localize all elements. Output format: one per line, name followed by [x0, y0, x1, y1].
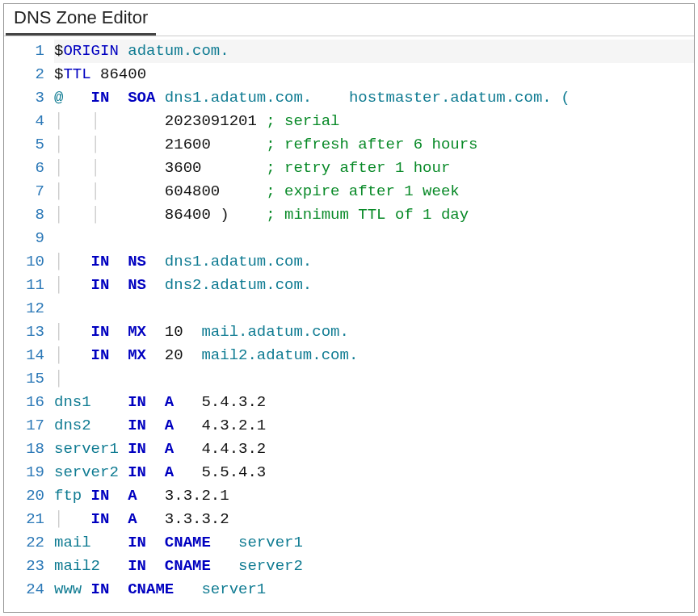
code-line[interactable]: │ IN NS dns1.adatum.com. — [54, 250, 694, 274]
code-token: IN A — [128, 440, 174, 458]
code-token: server2 — [211, 557, 303, 575]
code-token: dns1 — [54, 393, 128, 411]
code-token: ; refresh after 6 hours — [266, 136, 477, 153]
code-token: mail.adatum.com. — [201, 323, 348, 341]
line-number: 4 — [4, 110, 44, 133]
code-token: IN A — [91, 487, 137, 505]
code-token: │ │ — [54, 159, 128, 177]
code-token: 3.3.2.1 — [137, 487, 229, 505]
code-line[interactable]: mail2 IN CNAME server2 — [54, 555, 694, 578]
line-number: 3 — [4, 86, 44, 110]
code-line[interactable]: server1 IN A 4.4.3.2 — [54, 438, 694, 461]
line-number: 8 — [4, 203, 44, 227]
line-number: 17 — [4, 414, 44, 438]
code-token: ftp — [54, 487, 91, 505]
code-token: IN MX — [91, 346, 146, 364]
line-number-gutter: 123456789101112131415161718192021222324 — [4, 36, 54, 601]
line-number: 23 — [4, 555, 44, 578]
code-line[interactable]: │ — [54, 367, 694, 391]
line-number: 1 — [4, 40, 44, 63]
line-number: 14 — [4, 344, 44, 367]
code-line[interactable] — [54, 297, 694, 321]
code-line[interactable]: │ IN MX 20 mail2.adatum.com. — [54, 344, 694, 367]
code-token: dns1.adatum.com. — [165, 89, 312, 107]
code-token: 604800 — [128, 182, 266, 200]
code-token: 4.4.3.2 — [174, 440, 266, 458]
code-line[interactable]: │ │ 2023091201 ; serial — [54, 110, 694, 133]
code-editor[interactable]: 123456789101112131415161718192021222324 … — [4, 36, 694, 601]
code-token: │ │ — [54, 112, 128, 130]
code-line[interactable]: ftp IN A 3.3.2.1 — [54, 484, 694, 508]
line-number: 22 — [4, 531, 44, 555]
code-token: ; minimum TTL of 1 day — [266, 206, 469, 224]
code-token: │ — [54, 253, 91, 270]
code-token: 86400 ) — [128, 206, 266, 224]
code-token: 21600 — [128, 136, 266, 153]
code-token — [119, 42, 128, 60]
code-token: mail2.adatum.com. — [201, 346, 358, 364]
code-token: 3.3.3.2 — [137, 510, 229, 528]
code-line[interactable]: │ IN NS dns2.adatum.com. — [54, 274, 694, 297]
code-line[interactable]: │ │ 86400 ) ; minimum TTL of 1 day — [54, 203, 694, 227]
code-token: $ — [54, 65, 63, 83]
code-line[interactable]: mail IN CNAME server1 — [54, 531, 694, 555]
window-title: DNS Zone Editor — [6, 4, 156, 36]
editor-window: DNS Zone Editor 123456789101112131415161… — [3, 3, 695, 613]
code-token: │ │ — [54, 206, 128, 224]
line-number: 10 — [4, 250, 44, 274]
line-number: 19 — [4, 461, 44, 484]
code-token: dns2 — [54, 417, 128, 434]
code-line[interactable] — [54, 227, 694, 250]
code-token: IN CNAME — [128, 557, 211, 575]
line-number: 2 — [4, 63, 44, 86]
code-token: server1 — [211, 534, 303, 551]
code-token: 3600 — [128, 159, 266, 177]
line-number: 21 — [4, 508, 44, 531]
code-token: dns2.adatum.com. — [165, 276, 312, 294]
code-line[interactable]: dns1 IN A 5.4.3.2 — [54, 391, 694, 414]
code-line[interactable]: │ │ 604800 ; expire after 1 week — [54, 180, 694, 203]
line-number: 7 — [4, 180, 44, 203]
line-number: 20 — [4, 484, 44, 508]
code-token: 4.3.2.1 — [174, 417, 266, 434]
code-token: IN A — [128, 463, 174, 481]
code-token: server2 — [54, 463, 128, 481]
code-token: IN SOA — [91, 89, 156, 107]
code-token: mail — [54, 534, 128, 551]
code-token: IN CNAME — [128, 534, 211, 551]
code-line[interactable]: $ORIGIN adatum.com. — [54, 40, 694, 63]
code-line[interactable]: $TTL 86400 — [54, 63, 694, 86]
code-token — [155, 89, 164, 107]
code-token: 86400 — [91, 65, 146, 83]
code-line[interactable]: server2 IN A 5.5.4.3 — [54, 461, 694, 484]
line-number: 9 — [4, 227, 44, 250]
code-token — [146, 253, 165, 270]
code-token: 5.5.4.3 — [174, 463, 266, 481]
code-token: │ — [54, 370, 63, 388]
code-line[interactable]: @ IN SOA dns1.adatum.com. hostmaster.ada… — [54, 86, 694, 110]
code-token: IN CNAME — [91, 580, 174, 598]
code-token: TTL — [63, 65, 90, 83]
line-number: 16 — [4, 391, 44, 414]
code-token: ; retry after 1 hour — [266, 159, 450, 177]
code-token: │ — [54, 346, 91, 364]
code-token: IN A — [128, 417, 174, 434]
code-line[interactable]: www IN CNAME server1 — [54, 578, 694, 601]
code-token — [146, 276, 165, 294]
code-token: hostmaster.adatum.com. ( — [312, 89, 570, 107]
line-number: 12 — [4, 297, 44, 321]
code-token: 2023091201 — [128, 112, 266, 130]
code-line[interactable]: │ IN A 3.3.3.2 — [54, 508, 694, 531]
code-token: 20 — [146, 346, 201, 364]
code-token: │ │ — [54, 182, 128, 200]
code-line[interactable]: │ │ 21600 ; refresh after 6 hours — [54, 133, 694, 157]
code-line[interactable]: │ │ 3600 ; retry after 1 hour — [54, 157, 694, 180]
code-area[interactable]: $ORIGIN adatum.com.$TTL 86400@ IN SOA dn… — [54, 36, 694, 601]
code-token: 5.4.3.2 — [174, 393, 266, 411]
code-token: server1 — [174, 580, 266, 598]
code-token: dns1.adatum.com. — [165, 253, 312, 270]
code-line[interactable]: │ IN MX 10 mail.adatum.com. — [54, 321, 694, 344]
code-line[interactable]: dns2 IN A 4.3.2.1 — [54, 414, 694, 438]
line-number: 13 — [4, 321, 44, 344]
line-number: 24 — [4, 578, 44, 601]
